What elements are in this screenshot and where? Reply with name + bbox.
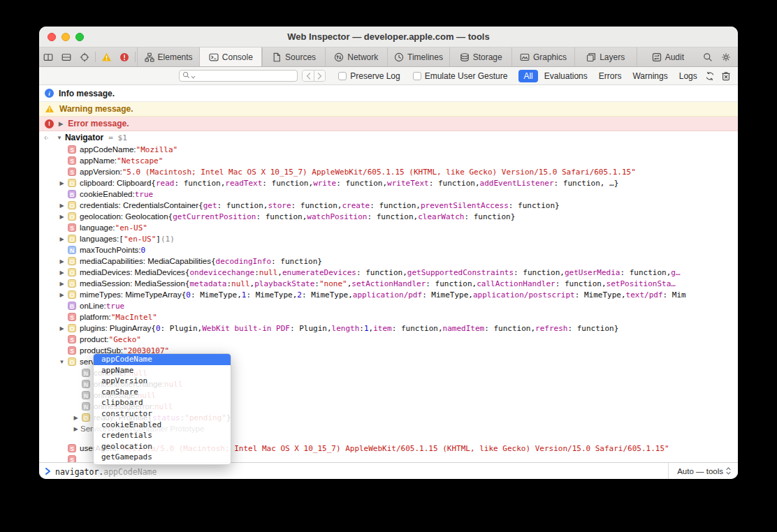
- gear-icon[interactable]: [717, 47, 735, 66]
- disclosure-triangle-icon[interactable]: ▶: [57, 180, 66, 186]
- tab-label: Timelines: [407, 52, 443, 62]
- tree-row[interactable]: SappName: "Netscape": [57, 155, 738, 166]
- scope-button-all[interactable]: All: [518, 70, 537, 82]
- disclosure-triangle-icon[interactable]: ▶: [57, 236, 66, 242]
- tree-text: : function,: [217, 201, 268, 210]
- tree-text: : function,: [429, 179, 480, 188]
- tree-row[interactable]: ▶OmediaSession: MediaSession {metadata: …: [57, 278, 738, 289]
- console-input[interactable]: navigator.appCodeName: [55, 465, 157, 478]
- type-badge-O: O: [68, 357, 76, 366]
- tree-row[interactable]: ▶Ogeolocation: Geolocation {getCurrentPo…: [57, 211, 738, 222]
- scope-bar: AllEvaluationsErrorsWarningsLogs: [518, 70, 702, 82]
- scope-button-logs[interactable]: Logs: [674, 70, 702, 82]
- next-result-button[interactable]: [314, 71, 325, 81]
- tree-text: onLine:: [80, 302, 106, 310]
- tree-row[interactable]: ▶Oplugins: PluginArray {0: Plugin, WebKi…: [57, 323, 738, 334]
- search-input[interactable]: [179, 70, 298, 82]
- disclosure-triangle-icon[interactable]: ▼: [57, 359, 66, 365]
- autocomplete-item[interactable]: credentials: [94, 430, 231, 441]
- disclosure-triangle-icon[interactable]: ▶: [57, 269, 66, 276]
- disclosure-triangle-icon[interactable]: ▶: [59, 121, 63, 127]
- tree-text: {: [198, 201, 203, 210]
- checkbox-box[interactable]: [413, 72, 421, 80]
- tree-row[interactable]: SappVersion: "5.0 (Macintosh; Intel Mac …: [57, 166, 738, 177]
- tree-text: "Netscape": [117, 156, 163, 165]
- preserve-log-checkbox[interactable]: Preserve Log: [338, 71, 400, 81]
- tree-row[interactable]: ▶Ocredentials: CredentialsContainer {get…: [57, 200, 738, 211]
- tree-row[interactable]: Splatform: "MacIntel": [57, 311, 738, 323]
- disclosure-triangle-icon[interactable]: ▶: [57, 214, 66, 220]
- tree-row[interactable]: NmaxTouchPoints: 0: [57, 244, 738, 256]
- autocomplete-item[interactable]: getGamepads: [94, 452, 231, 463]
- tree-row[interactable]: Sproduct: "Gecko": [57, 334, 738, 345]
- tree-text: true: [135, 190, 154, 199]
- execution-context-selector[interactable]: Auto — tools: [668, 463, 738, 479]
- warning-badge-icon[interactable]: [97, 47, 115, 66]
- tree-text: application/pdf: [353, 290, 422, 300]
- graphics-icon: [520, 52, 530, 62]
- emulate-user-gesture-checkbox[interactable]: Emulate User Gesture: [413, 71, 508, 81]
- autocomplete-item[interactable]: appVersion: [94, 376, 231, 387]
- previous-result-button[interactable]: [303, 71, 314, 81]
- error-badge-icon[interactable]: [115, 47, 133, 66]
- tree-text: readText: [225, 179, 262, 188]
- autocomplete-dropdown: appCodeNameappNameappVersioncanShareclip…: [93, 353, 231, 465]
- tree-row[interactable]: BonLine: true: [57, 300, 738, 311]
- disclosure-triangle-icon[interactable]: ▼: [57, 135, 62, 141]
- tree-row[interactable]: ▶Oclipboard: Clipboard {read: function, …: [57, 177, 738, 189]
- tree-text: : MimeType,: [246, 290, 297, 300]
- disclosure-triangle-icon[interactable]: ▶: [71, 415, 80, 421]
- tree-text: : function,: [336, 179, 387, 188]
- autocomplete-item[interactable]: clipboard: [94, 397, 231, 408]
- tree-text: refresh: [535, 324, 567, 333]
- tab-console[interactable]: Console: [199, 47, 262, 66]
- tree-text: null: [231, 279, 250, 288]
- console-error-message[interactable]: ! ▶ Error message.: [39, 117, 738, 131]
- element-picker-icon[interactable]: [75, 47, 94, 66]
- dock-bottom-icon[interactable]: [57, 47, 75, 66]
- tree-row[interactable]: SappCodeName: "Mozilla": [57, 144, 738, 155]
- disclosure-triangle-icon[interactable]: ▶: [57, 281, 66, 287]
- checkbox-box[interactable]: [338, 72, 347, 80]
- refresh-icon[interactable]: [702, 71, 718, 81]
- tree-text: geolocation: Geolocation: [80, 212, 168, 221]
- result-header-row[interactable]: ‹· ▼ Navigator = $1: [39, 131, 738, 144]
- tab-sources[interactable]: Sources: [262, 47, 324, 66]
- tree-text: 2: [297, 290, 302, 300]
- tab-audit[interactable]: Audit: [637, 47, 699, 66]
- tab-elements[interactable]: Elements: [137, 47, 199, 66]
- tree-text: "en-US": [115, 223, 147, 232]
- scope-button-errors[interactable]: Errors: [594, 70, 627, 82]
- disclosure-triangle-icon[interactable]: ▶: [57, 292, 66, 298]
- tree-text: product:: [80, 335, 109, 343]
- disclosure-triangle-icon[interactable]: ▶: [57, 325, 66, 332]
- autocomplete-item[interactable]: cookieEnabled: [94, 420, 231, 431]
- search-icon[interactable]: [699, 47, 717, 66]
- scope-button-evaluations[interactable]: Evaluations: [539, 70, 593, 82]
- tab-layers[interactable]: Layers: [574, 47, 637, 66]
- tab-graphics[interactable]: Graphics: [511, 47, 574, 66]
- tree-row[interactable]: BcookieEnabled: true: [57, 189, 738, 200]
- tree-row[interactable]: ▶Olanguages: ["en-US"] (1): [57, 233, 738, 244]
- disclosure-triangle-icon[interactable]: ▶: [57, 258, 66, 265]
- tree-row[interactable]: Slanguage: "en-US": [57, 222, 738, 233]
- autocomplete-item[interactable]: appCodeName: [94, 354, 231, 365]
- autocomplete-item[interactable]: appName: [94, 365, 231, 376]
- autocomplete-item[interactable]: geolocation: [94, 441, 231, 452]
- tree-row[interactable]: ▶OmediaCapabilities: MediaCapabilities {…: [57, 256, 738, 267]
- autocomplete-item[interactable]: canShare: [94, 387, 231, 398]
- tab-label: Audit: [665, 52, 684, 62]
- console-warning-message: Warning message.: [39, 102, 738, 117]
- tree-row[interactable]: ▶OmimeTypes: MimeTypeArray {0: MimeType,…: [57, 289, 738, 300]
- tab-timelines[interactable]: Timelines: [387, 47, 449, 66]
- dock-side-icon[interactable]: [39, 47, 57, 66]
- scope-button-warnings[interactable]: Warnings: [627, 70, 672, 82]
- tree-text: "none": [319, 279, 347, 288]
- disclosure-triangle-icon[interactable]: ▶: [71, 426, 80, 432]
- disclosure-triangle-icon[interactable]: ▶: [57, 202, 66, 209]
- tab-storage[interactable]: Storage: [449, 47, 511, 66]
- tab-network[interactable]: Network: [325, 47, 387, 66]
- autocomplete-item[interactable]: constructor: [94, 408, 231, 420]
- tree-row[interactable]: ▶OmediaDevices: MediaDevices {ondevicech…: [57, 267, 738, 278]
- trash-icon[interactable]: [718, 71, 734, 81]
